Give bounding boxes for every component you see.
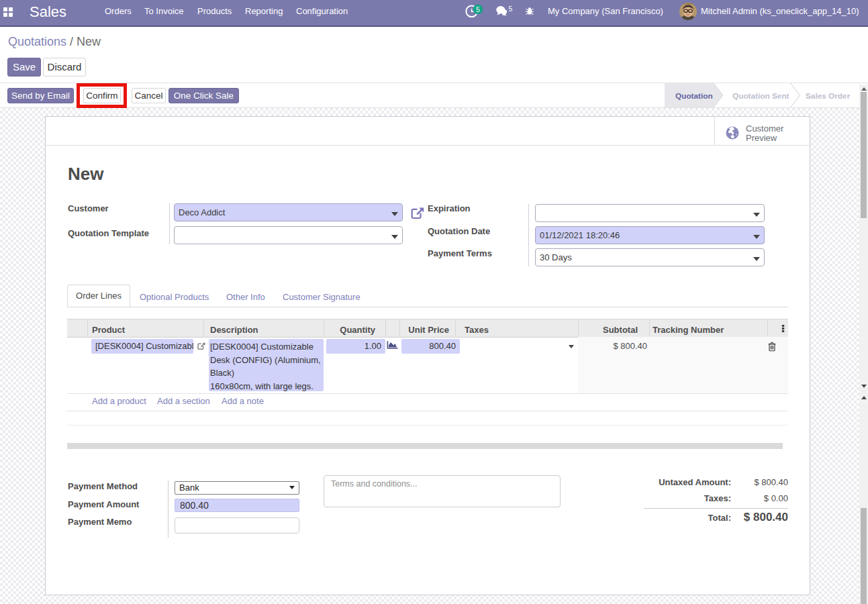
svg-text:5: 5 [476,5,480,13]
svg-text:Quotation: Quotation [675,91,713,101]
svg-text:5: 5 [509,6,513,13]
svg-text:Sales Order: Sales Order [806,91,851,101]
svg-text:Quotation Sent: Quotation Sent [732,91,789,101]
